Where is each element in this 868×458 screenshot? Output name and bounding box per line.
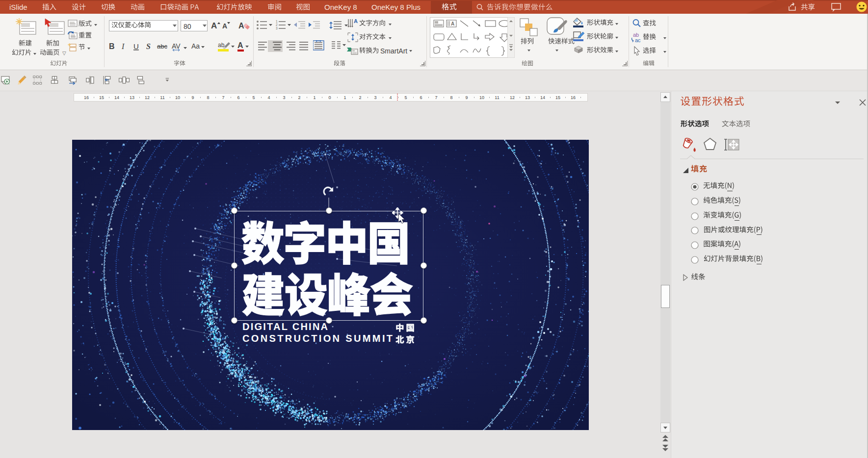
svg-text:11: 11 <box>495 95 499 100</box>
svg-text:12: 12 <box>145 95 150 100</box>
svg-text:16: 16 <box>84 95 89 100</box>
svg-text:8: 8 <box>207 95 209 100</box>
svg-text:5: 5 <box>252 95 255 100</box>
svg-text:S: S <box>146 42 151 51</box>
svg-text:6: 6 <box>237 95 239 100</box>
svg-text:6: 6 <box>420 95 422 100</box>
svg-text:ac: ac <box>635 37 641 43</box>
svg-text:9: 9 <box>191 95 194 100</box>
svg-text:3: 3 <box>283 95 285 100</box>
svg-text:A: A <box>451 21 454 26</box>
svg-text:5: 5 <box>404 95 407 100</box>
svg-text:14: 14 <box>114 95 119 100</box>
svg-text:A: A <box>237 41 243 50</box>
svg-text:16: 16 <box>571 95 576 100</box>
svg-text:15: 15 <box>99 95 104 100</box>
svg-text:2: 2 <box>359 95 361 100</box>
svg-text:A: A <box>238 22 244 30</box>
svg-text:1: 1 <box>313 95 316 100</box>
svg-text:7: 7 <box>222 95 224 100</box>
svg-text:AV: AV <box>172 42 181 50</box>
svg-text:2: 2 <box>276 23 278 26</box>
svg-text:abc: abc <box>157 43 167 50</box>
svg-text:13: 13 <box>130 95 134 100</box>
svg-text:3: 3 <box>374 95 376 100</box>
svg-text:4: 4 <box>389 95 392 100</box>
svg-text:0: 0 <box>328 95 331 100</box>
svg-text:7: 7 <box>435 95 437 100</box>
svg-text:9: 9 <box>465 95 468 100</box>
svg-text:15: 15 <box>555 95 560 100</box>
svg-text:10: 10 <box>479 95 484 100</box>
svg-text:I: I <box>121 42 125 51</box>
svg-text:3: 3 <box>276 26 278 30</box>
svg-text:U: U <box>133 42 139 51</box>
svg-text:8: 8 <box>450 95 452 100</box>
svg-text:A: A <box>211 21 217 30</box>
svg-text:13: 13 <box>525 95 530 100</box>
svg-text:A: A <box>222 22 227 30</box>
svg-text:11: 11 <box>160 95 164 100</box>
svg-text:Aa: Aa <box>191 42 200 50</box>
svg-text:2: 2 <box>298 95 300 100</box>
svg-text:1: 1 <box>343 95 346 100</box>
svg-text:B: B <box>109 42 115 51</box>
svg-text:14: 14 <box>540 95 545 100</box>
svg-text:A: A <box>354 19 358 24</box>
svg-text:4: 4 <box>267 95 270 100</box>
svg-text:10: 10 <box>175 95 180 100</box>
svg-text:12: 12 <box>510 95 515 100</box>
svg-text:1: 1 <box>276 20 278 23</box>
